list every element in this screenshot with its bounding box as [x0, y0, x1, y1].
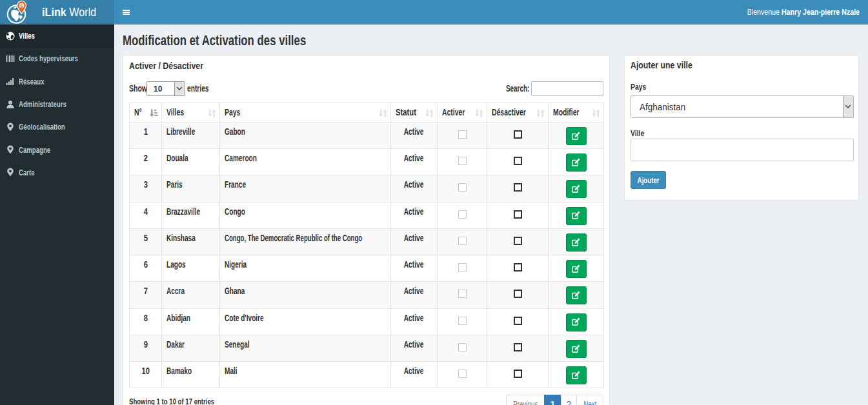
svg-text:$: $	[20, 3, 23, 9]
